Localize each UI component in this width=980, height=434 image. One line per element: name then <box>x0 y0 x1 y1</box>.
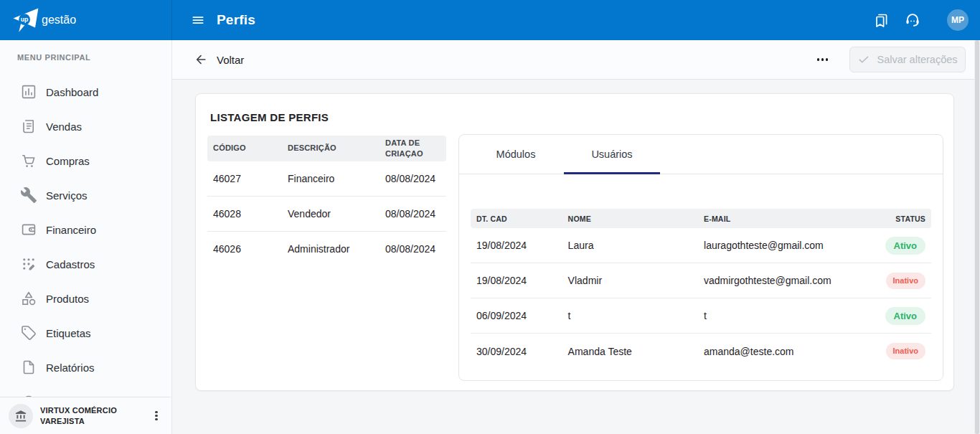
sidebar-section-label: MENU PRINCIPAL <box>17 53 90 62</box>
user-dt-cad: 06/09/2024 <box>471 310 562 321</box>
document-icon <box>20 359 37 376</box>
sidebar-item-servicos[interactable]: Serviços <box>0 178 171 212</box>
header-actions: MP <box>872 9 969 31</box>
sidebar-item-label: Produtos <box>46 293 89 305</box>
card-title: LISTAGEM DE PERFIS <box>210 111 329 123</box>
check-icon <box>857 53 870 66</box>
user-email: vadmirgothteste@gmail.com <box>698 275 854 286</box>
kebab-menu-icon[interactable] <box>151 410 162 423</box>
bar-chart-icon <box>20 83 37 100</box>
user-nome: Vladmir <box>562 275 698 286</box>
paper-plane-logo-icon: up <box>10 5 40 35</box>
profile-data-criacao: 08/08/2024 <box>380 208 446 220</box>
hamburger-menu-icon[interactable] <box>191 13 205 27</box>
sidebar-item-dashboard[interactable]: Dashboard <box>0 75 171 109</box>
user-dt-cad: 19/08/2024 <box>471 240 562 251</box>
sidebar-item-label: Cadastros <box>46 258 95 270</box>
bookmarks-icon[interactable] <box>872 11 890 29</box>
sidebar-item-label: Etiquetas <box>46 327 91 339</box>
profiles-table-header: CÓDIGO DESCRIÇÃO DATA DE CRIAÇAO <box>207 136 446 161</box>
sidebar-item-financeiro[interactable]: Financeiro <box>0 212 171 247</box>
page-title: Perfis <box>217 12 255 28</box>
user-nome: Laura <box>562 240 698 251</box>
user-status-cell: Ativo <box>854 307 931 325</box>
sidebar-item-label: Relatórios <box>46 362 95 374</box>
profile-row[interactable]: 46028 Vendedor 08/08/2024 <box>207 197 446 232</box>
sidebar-item-label: Dashboard <box>46 86 98 98</box>
vertical-scrollbar[interactable] <box>974 40 980 434</box>
sidebar-item-label: Compras <box>46 155 90 167</box>
wrench-icon <box>20 187 37 204</box>
grid-edit-icon <box>20 255 37 273</box>
header-bar: Perfis MP <box>172 0 980 40</box>
receipt-icon <box>20 118 37 135</box>
profile-data-criacao: 08/08/2024 <box>380 173 446 184</box>
user-email: lauragothteste@gmail.com <box>698 240 854 251</box>
main-content: LISTAGEM DE PERFIS CÓDIGO DESCRIÇÃO DATA… <box>172 80 980 434</box>
status-badge: Ativo <box>885 307 926 325</box>
save-label: Salvar alterações <box>877 54 957 65</box>
users-table: DT. CAD NOME E-MAIL STATUS 19/08/2024 La… <box>471 209 931 369</box>
status-badge: Inativo <box>886 343 925 359</box>
user-status-cell: Inativo <box>854 273 931 289</box>
back-label: Voltar <box>217 54 244 66</box>
user-avatar[interactable]: MP <box>947 9 969 31</box>
company-name: VIRTUX COMÉRCIO VAREJISTA <box>40 405 128 427</box>
user-email: t <box>698 310 854 321</box>
back-arrow-icon <box>194 52 208 67</box>
column-header-dt-cad: DT. CAD <box>471 214 562 223</box>
user-status-cell: Inativo <box>854 343 931 359</box>
column-header-status: STATUS <box>854 214 931 223</box>
user-dt-cad: 19/08/2024 <box>471 275 562 286</box>
user-nome: Amanda Teste <box>562 346 698 357</box>
profile-row[interactable]: 46027 Financeiro 08/08/2024 <box>207 161 446 197</box>
sidebar-item-etiquetas[interactable]: Etiquetas <box>0 316 171 350</box>
profile-descricao: Administrador <box>282 243 380 255</box>
profile-row[interactable]: 46026 Administrador 08/08/2024 <box>207 232 446 267</box>
users-table-header: DT. CAD NOME E-MAIL STATUS <box>471 209 931 228</box>
sidebar-item-cadastros[interactable]: Cadastros <box>0 247 171 281</box>
support-agent-icon[interactable] <box>904 11 921 29</box>
sidebar-item-produtos[interactable]: Produtos <box>0 281 171 316</box>
back-button[interactable]: Voltar <box>194 52 244 67</box>
save-button[interactable]: Salvar alterações <box>849 47 966 72</box>
more-options-icon[interactable] <box>813 54 832 65</box>
logo-up-text: up <box>21 16 29 23</box>
column-header-descricao: DESCRIÇÃO <box>282 141 380 156</box>
user-row[interactable]: 19/08/2024 Vladmir vadmirgothteste@gmail… <box>471 263 931 298</box>
scrollbar-thumb[interactable] <box>975 40 979 434</box>
sidebar-item-vendas[interactable]: Vendas <box>0 109 171 143</box>
company-selector[interactable]: VIRTUX COMÉRCIO VAREJISTA <box>0 397 171 434</box>
user-row[interactable]: 19/08/2024 Laura lauragothteste@gmail.co… <box>471 228 931 263</box>
user-row[interactable]: 06/09/2024 t t Ativo <box>471 298 931 334</box>
shapes-icon <box>20 290 37 307</box>
sidebar: MENU PRINCIPAL Dashboard Vendas Compras <box>0 40 172 434</box>
tag-icon <box>20 324 37 341</box>
profiles-table: CÓDIGO DESCRIÇÃO DATA DE CRIAÇAO 46027 F… <box>207 136 446 267</box>
logo-name-text: gestão <box>42 14 76 27</box>
sidebar-item-relatorios[interactable]: Relatórios <box>0 350 171 385</box>
tab-usuarios[interactable]: Usuários <box>564 135 660 174</box>
user-dt-cad: 30/09/2024 <box>471 346 562 357</box>
status-badge: Inativo <box>886 273 925 289</box>
sidebar-menu: Dashboard Vendas Compras Serviços <box>0 75 171 419</box>
profile-descricao: Vendedor <box>282 208 380 220</box>
sidebar-item-label: Financeiro <box>46 224 96 236</box>
app-logo[interactable]: up gestão <box>0 0 172 40</box>
detail-panel: Módulos Usuários DT. CAD NOME E-MAIL STA… <box>458 134 943 381</box>
app-header: up gestão Perfis MP <box>0 0 980 40</box>
tab-modulos[interactable]: Módulos <box>468 135 564 174</box>
user-row[interactable]: 30/09/2024 Amanda Teste amanda@teste.com… <box>471 334 931 369</box>
profile-codigo: 46026 <box>207 243 282 255</box>
profile-descricao: Financeiro <box>282 173 380 184</box>
column-header-codigo: CÓDIGO <box>207 141 282 156</box>
user-email: amanda@teste.com <box>698 346 854 357</box>
user-status-cell: Ativo <box>854 237 931 255</box>
sidebar-item-compras[interactable]: Compras <box>0 143 171 178</box>
column-header-nome: NOME <box>562 214 698 223</box>
cart-icon <box>20 152 37 169</box>
wallet-icon <box>20 221 37 238</box>
bank-icon <box>14 410 27 423</box>
profiles-card: LISTAGEM DE PERFIS CÓDIGO DESCRIÇÃO DATA… <box>195 93 954 391</box>
sidebar-item-label: Serviços <box>46 189 88 202</box>
